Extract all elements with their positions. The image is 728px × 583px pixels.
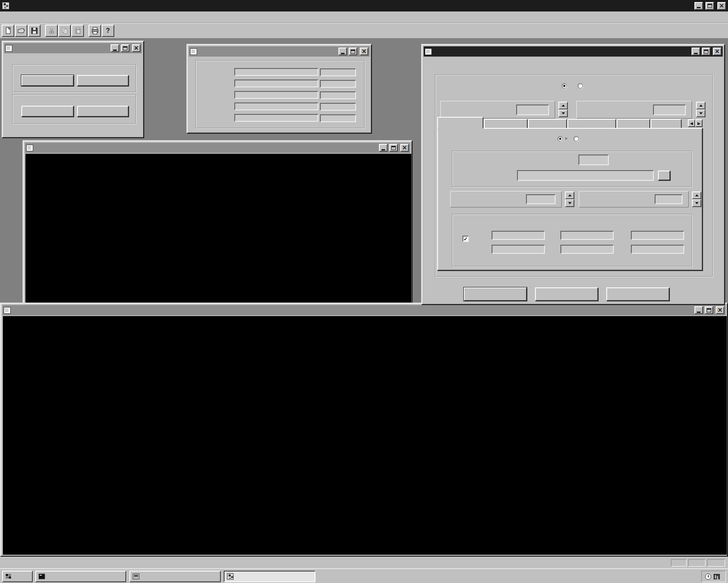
minimize-button[interactable] — [338, 48, 347, 55]
fuzzy-change-error-value — [560, 231, 614, 240]
current-control-off-radio[interactable] — [574, 136, 579, 141]
spin-up-button[interactable] — [696, 102, 705, 109]
spin-down-button[interactable] — [692, 199, 701, 207]
maximize-button[interactable] — [121, 44, 129, 52]
menu-edit[interactable] — [11, 16, 18, 19]
tray-meter-icon[interactable] — [714, 574, 720, 579]
max-current-change-field[interactable] — [655, 194, 683, 204]
minimize-button[interactable] — [694, 306, 703, 314]
menu-view[interactable] — [19, 16, 26, 19]
maximum-current-field[interactable] — [653, 105, 686, 115]
task-msdos-prompt[interactable] — [35, 571, 126, 582]
acquisition-stop-button[interactable] — [77, 75, 129, 86]
tab-weld-model[interactable] — [528, 119, 567, 129]
paste-button[interactable] — [71, 25, 84, 37]
maximize-button[interactable] — [705, 2, 714, 10]
close-button[interactable]: × — [717, 2, 726, 10]
tab-flc-tuner[interactable] — [617, 119, 650, 129]
close-button[interactable]: × — [716, 306, 724, 314]
toolbar-separator — [41, 25, 45, 37]
new-button[interactable] — [2, 25, 14, 37]
menu-window[interactable] — [27, 16, 34, 19]
toolbar-separator — [84, 25, 88, 37]
document-icon — [190, 48, 197, 55]
save-button[interactable] — [28, 25, 41, 37]
copy-button[interactable] — [58, 25, 71, 37]
print-button[interactable] — [88, 25, 101, 37]
minimize-button[interactable] — [379, 144, 388, 152]
task-paint-shop-pro[interactable] — [129, 571, 221, 582]
computer-off-radio[interactable] — [578, 83, 583, 89]
taskbar — [0, 568, 728, 583]
statusbar — [0, 557, 728, 568]
maximize-button[interactable] — [702, 48, 710, 55]
spin-down-button[interactable] — [558, 109, 568, 117]
spin-down-button[interactable] — [565, 199, 574, 207]
fft-source-field[interactable] — [517, 170, 654, 181]
current-control-on-radio[interactable] — [558, 136, 563, 141]
open-button[interactable] — [464, 287, 527, 301]
tab-mode-detection[interactable] — [567, 119, 616, 129]
computer-on-radio[interactable] — [562, 83, 567, 89]
mode1-frequency-field[interactable] — [578, 155, 609, 165]
storage-stop-button[interactable] — [77, 106, 129, 117]
current-control-tab-pane — [437, 128, 703, 271]
fuzzy-change-error-set — [560, 245, 614, 254]
tab-scroll-right-button[interactable]: ▶ — [695, 119, 703, 127]
close-button[interactable]: × — [713, 48, 721, 55]
maximize-button[interactable] — [705, 306, 713, 314]
close-button[interactable]: × — [400, 144, 409, 152]
tray-clock-icon[interactable] — [705, 574, 711, 580]
storage-start-button[interactable] — [21, 106, 74, 117]
app-titlebar[interactable]: × — [0, 0, 728, 11]
tab-scroll-left-button[interactable]: ◀ — [688, 119, 695, 127]
background-current-spinner — [558, 102, 568, 117]
open-button[interactable] — [15, 25, 27, 37]
minimize-icon — [341, 53, 345, 54]
msdos-icon — [39, 574, 45, 579]
data-acquisition-titlebar[interactable]: × — [4, 43, 142, 53]
menu-help[interactable] — [35, 16, 43, 19]
view-checkbox[interactable] — [463, 236, 469, 242]
tab-constant-e[interactable] — [651, 119, 682, 129]
tab-current-control[interactable] — [437, 117, 483, 129]
background-current-field[interactable] — [516, 105, 549, 115]
idle-status — [320, 103, 356, 111]
idle-row-c40-1 — [196, 80, 364, 88]
welding-titlebar[interactable]: × — [424, 46, 723, 57]
open-folder-icon — [17, 27, 25, 35]
plot-pll-titlebar[interactable]: × — [25, 143, 410, 153]
minimize-button[interactable] — [692, 48, 700, 55]
reset-button[interactable] — [606, 287, 669, 301]
close-button[interactable]: × — [132, 44, 141, 52]
maximize-button[interactable] — [389, 144, 398, 152]
cut-button[interactable] — [45, 25, 58, 37]
idle-progressbar — [234, 102, 318, 110]
minimize-button[interactable] — [694, 2, 703, 10]
desired-frequency-panel — [450, 191, 562, 207]
start-button[interactable] — [2, 571, 33, 582]
plot-bottom-titlebar[interactable]: × — [2, 305, 726, 315]
maximize-button[interactable] — [349, 48, 357, 55]
c40-titlebar[interactable]: × — [189, 46, 370, 57]
acquisition-start-button[interactable] — [21, 75, 74, 86]
task-delapp[interactable] — [224, 571, 315, 582]
spin-up-button[interactable] — [558, 102, 568, 109]
about-button[interactable]: ? — [102, 25, 114, 37]
spin-down-button[interactable] — [696, 109, 705, 117]
close-button[interactable]: × — [360, 48, 368, 55]
save-button[interactable] — [535, 287, 598, 301]
window-welding-control: × — [421, 44, 725, 305]
tab-pulsed-output[interactable] — [484, 119, 528, 129]
down-arrow-icon — [695, 202, 699, 204]
minimize-button[interactable] — [111, 44, 119, 52]
spin-up-button[interactable] — [565, 191, 574, 199]
desired-frequency-field[interactable] — [526, 194, 556, 204]
help-question-icon: ? — [106, 27, 110, 34]
down-arrow-icon — [562, 112, 565, 114]
menu-file[interactable] — [2, 16, 10, 19]
fft-source-browse-button[interactable] — [658, 171, 670, 180]
spin-up-button[interactable] — [692, 191, 701, 199]
idle-progressbar — [234, 80, 318, 87]
close-icon: × — [402, 145, 407, 151]
